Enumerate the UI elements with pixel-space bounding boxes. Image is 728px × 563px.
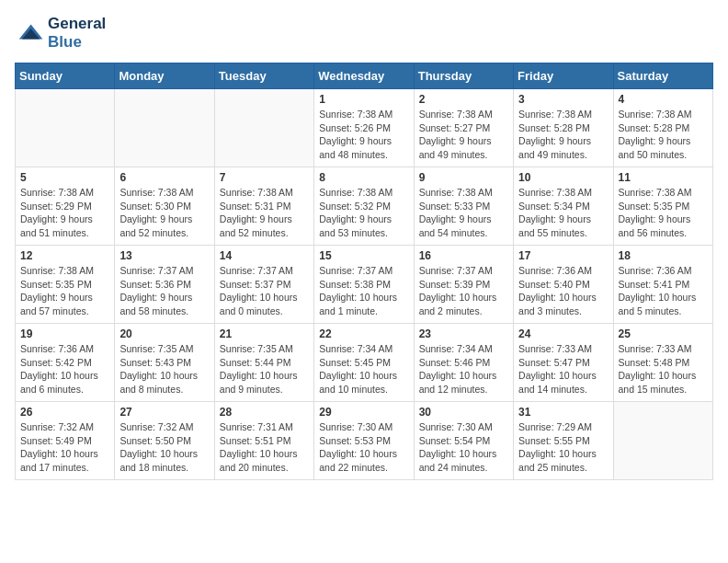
weekday-header-monday: Monday bbox=[115, 63, 214, 89]
week-row-4: 19Sunrise: 7:36 AMSunset: 5:42 PMDayligh… bbox=[16, 324, 713, 402]
calendar-cell: 12Sunrise: 7:38 AMSunset: 5:35 PMDayligh… bbox=[16, 246, 115, 324]
day-info: Sunrise: 7:38 AMSunset: 5:28 PMDaylight:… bbox=[518, 108, 608, 162]
day-info: Sunrise: 7:38 AMSunset: 5:32 PMDaylight:… bbox=[319, 186, 408, 240]
day-info: Sunrise: 7:32 AMSunset: 5:50 PMDaylight:… bbox=[119, 420, 209, 475]
calendar-cell: 31Sunrise: 7:29 AMSunset: 5:55 PMDayligh… bbox=[514, 402, 613, 480]
day-info: Sunrise: 7:38 AMSunset: 5:34 PMDaylight:… bbox=[518, 186, 608, 240]
calendar-cell bbox=[115, 89, 214, 167]
day-info: Sunrise: 7:38 AMSunset: 5:35 PMDaylight:… bbox=[20, 264, 109, 318]
day-info: Sunrise: 7:32 AMSunset: 5:49 PMDaylight:… bbox=[20, 420, 109, 475]
calendar-cell: 7Sunrise: 7:38 AMSunset: 5:31 PMDaylight… bbox=[214, 167, 313, 246]
calendar-cell: 8Sunrise: 7:38 AMSunset: 5:32 PMDaylight… bbox=[314, 167, 414, 246]
week-row-2: 5Sunrise: 7:38 AMSunset: 5:29 PMDaylight… bbox=[16, 167, 713, 246]
day-number: 30 bbox=[419, 406, 508, 419]
calendar-cell: 3Sunrise: 7:38 AMSunset: 5:28 PMDaylight… bbox=[514, 89, 613, 167]
calendar-cell bbox=[613, 402, 712, 480]
day-number: 18 bbox=[619, 249, 708, 262]
calendar-cell: 30Sunrise: 7:30 AMSunset: 5:54 PMDayligh… bbox=[414, 402, 513, 480]
day-info: Sunrise: 7:36 AMSunset: 5:41 PMDaylight:… bbox=[619, 264, 708, 318]
day-number: 9 bbox=[419, 171, 508, 184]
day-info: Sunrise: 7:35 AMSunset: 5:43 PMDaylight:… bbox=[119, 342, 209, 396]
day-number: 2 bbox=[419, 93, 508, 106]
day-number: 7 bbox=[220, 171, 309, 184]
week-row-3: 12Sunrise: 7:38 AMSunset: 5:35 PMDayligh… bbox=[16, 246, 713, 324]
calendar-cell: 22Sunrise: 7:34 AMSunset: 5:45 PMDayligh… bbox=[314, 324, 414, 402]
day-info: Sunrise: 7:30 AMSunset: 5:53 PMDaylight:… bbox=[319, 420, 408, 475]
calendar-cell: 25Sunrise: 7:33 AMSunset: 5:48 PMDayligh… bbox=[613, 324, 712, 402]
day-number: 4 bbox=[619, 93, 708, 106]
day-number: 23 bbox=[419, 327, 508, 340]
day-info: Sunrise: 7:37 AMSunset: 5:39 PMDaylight:… bbox=[419, 264, 508, 318]
day-info: Sunrise: 7:36 AMSunset: 5:40 PMDaylight:… bbox=[518, 264, 608, 318]
day-info: Sunrise: 7:37 AMSunset: 5:38 PMDaylight:… bbox=[319, 264, 408, 318]
logo-text: General Blue bbox=[48, 15, 106, 52]
day-info: Sunrise: 7:37 AMSunset: 5:36 PMDaylight:… bbox=[119, 264, 209, 318]
day-info: Sunrise: 7:38 AMSunset: 5:35 PMDaylight:… bbox=[619, 186, 708, 240]
day-number: 28 bbox=[220, 406, 309, 419]
weekday-header-saturday: Saturday bbox=[613, 63, 712, 89]
calendar-cell: 5Sunrise: 7:38 AMSunset: 5:29 PMDaylight… bbox=[16, 167, 115, 246]
day-number: 8 bbox=[319, 171, 408, 184]
day-number: 6 bbox=[119, 171, 209, 184]
weekday-header-thursday: Thursday bbox=[414, 63, 513, 89]
calendar-cell: 20Sunrise: 7:35 AMSunset: 5:43 PMDayligh… bbox=[115, 324, 214, 402]
day-info: Sunrise: 7:34 AMSunset: 5:46 PMDaylight:… bbox=[419, 342, 508, 396]
calendar-cell: 19Sunrise: 7:36 AMSunset: 5:42 PMDayligh… bbox=[16, 324, 115, 402]
day-info: Sunrise: 7:31 AMSunset: 5:51 PMDaylight:… bbox=[220, 420, 309, 475]
day-info: Sunrise: 7:38 AMSunset: 5:30 PMDaylight:… bbox=[119, 186, 209, 240]
calendar-page: General Blue SundayMondayTuesdayWednesda… bbox=[0, 0, 728, 495]
calendar-cell: 18Sunrise: 7:36 AMSunset: 5:41 PMDayligh… bbox=[613, 246, 712, 324]
day-info: Sunrise: 7:37 AMSunset: 5:37 PMDaylight:… bbox=[220, 264, 309, 318]
day-info: Sunrise: 7:36 AMSunset: 5:42 PMDaylight:… bbox=[20, 342, 109, 396]
calendar-cell bbox=[214, 89, 313, 167]
day-info: Sunrise: 7:38 AMSunset: 5:31 PMDaylight:… bbox=[220, 186, 309, 240]
day-number: 10 bbox=[518, 171, 608, 184]
logo: General Blue bbox=[15, 15, 106, 52]
day-info: Sunrise: 7:38 AMSunset: 5:28 PMDaylight:… bbox=[619, 108, 708, 162]
day-info: Sunrise: 7:38 AMSunset: 5:33 PMDaylight:… bbox=[419, 186, 508, 240]
weekday-header-sunday: Sunday bbox=[16, 63, 115, 89]
calendar-cell: 10Sunrise: 7:38 AMSunset: 5:34 PMDayligh… bbox=[514, 167, 613, 246]
calendar-cell: 29Sunrise: 7:30 AMSunset: 5:53 PMDayligh… bbox=[314, 402, 414, 480]
day-info: Sunrise: 7:38 AMSunset: 5:27 PMDaylight:… bbox=[419, 108, 508, 162]
calendar-cell: 26Sunrise: 7:32 AMSunset: 5:49 PMDayligh… bbox=[16, 402, 115, 480]
day-info: Sunrise: 7:29 AMSunset: 5:55 PMDaylight:… bbox=[518, 420, 608, 475]
header: General Blue bbox=[15, 15, 713, 52]
weekday-header-row: SundayMondayTuesdayWednesdayThursdayFrid… bbox=[16, 63, 713, 89]
day-number: 11 bbox=[619, 171, 708, 184]
calendar-cell: 17Sunrise: 7:36 AMSunset: 5:40 PMDayligh… bbox=[514, 246, 613, 324]
calendar-cell bbox=[16, 89, 115, 167]
logo-icon bbox=[15, 18, 44, 48]
day-number: 17 bbox=[518, 249, 608, 262]
day-number: 3 bbox=[518, 93, 608, 106]
day-number: 21 bbox=[220, 327, 309, 340]
weekday-header-tuesday: Tuesday bbox=[214, 63, 313, 89]
day-number: 19 bbox=[20, 327, 109, 340]
day-number: 31 bbox=[518, 406, 608, 419]
day-number: 20 bbox=[119, 327, 209, 340]
calendar-cell: 21Sunrise: 7:35 AMSunset: 5:44 PMDayligh… bbox=[214, 324, 313, 402]
day-number: 1 bbox=[319, 93, 408, 106]
day-number: 13 bbox=[119, 249, 209, 262]
calendar-cell: 15Sunrise: 7:37 AMSunset: 5:38 PMDayligh… bbox=[314, 246, 414, 324]
weekday-header-wednesday: Wednesday bbox=[314, 63, 414, 89]
calendar-cell: 2Sunrise: 7:38 AMSunset: 5:27 PMDaylight… bbox=[414, 89, 513, 167]
day-info: Sunrise: 7:35 AMSunset: 5:44 PMDaylight:… bbox=[220, 342, 309, 396]
calendar-cell: 23Sunrise: 7:34 AMSunset: 5:46 PMDayligh… bbox=[414, 324, 513, 402]
weekday-header-friday: Friday bbox=[514, 63, 613, 89]
calendar-cell: 1Sunrise: 7:38 AMSunset: 5:26 PMDaylight… bbox=[314, 89, 414, 167]
day-info: Sunrise: 7:38 AMSunset: 5:29 PMDaylight:… bbox=[20, 186, 109, 240]
week-row-5: 26Sunrise: 7:32 AMSunset: 5:49 PMDayligh… bbox=[16, 402, 713, 480]
day-number: 12 bbox=[20, 249, 109, 262]
day-number: 25 bbox=[619, 327, 708, 340]
day-number: 27 bbox=[119, 406, 209, 419]
day-number: 15 bbox=[319, 249, 408, 262]
calendar-cell: 16Sunrise: 7:37 AMSunset: 5:39 PMDayligh… bbox=[414, 246, 513, 324]
calendar-cell: 11Sunrise: 7:38 AMSunset: 5:35 PMDayligh… bbox=[613, 167, 712, 246]
calendar-cell: 6Sunrise: 7:38 AMSunset: 5:30 PMDaylight… bbox=[115, 167, 214, 246]
day-number: 22 bbox=[319, 327, 408, 340]
day-info: Sunrise: 7:38 AMSunset: 5:26 PMDaylight:… bbox=[319, 108, 408, 162]
day-number: 14 bbox=[220, 249, 309, 262]
calendar-table: SundayMondayTuesdayWednesdayThursdayFrid… bbox=[15, 63, 713, 480]
day-info: Sunrise: 7:33 AMSunset: 5:48 PMDaylight:… bbox=[619, 342, 708, 396]
